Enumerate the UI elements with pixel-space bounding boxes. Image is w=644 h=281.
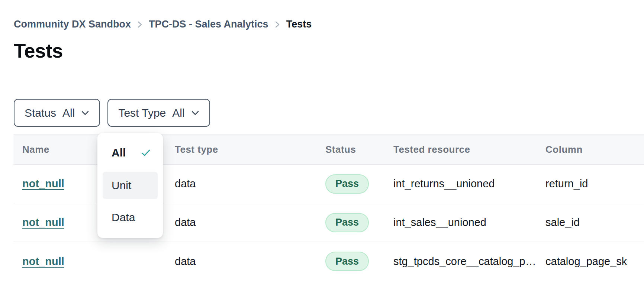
test-type-filter-label: Test Type [118, 107, 166, 119]
page-title: Tests [14, 39, 63, 62]
breadcrumb: Community DX Sandbox TPC-DS - Sales Anal… [14, 19, 312, 30]
column-header-test-type: Test type [175, 144, 325, 155]
test-type-dropdown-menu: All Unit Data [97, 133, 163, 238]
dropdown-option-data[interactable]: Data [103, 204, 158, 231]
status-badge: Pass [325, 174, 369, 194]
test-name-link[interactable]: not_null [22, 255, 64, 267]
status-filter-button[interactable]: Status All [14, 99, 100, 127]
tested-resource-cell: stg_tpcds_core__catalog_p… [393, 255, 545, 268]
test-type-filter-value: All [172, 107, 184, 119]
test-name-link[interactable]: not_null [22, 178, 64, 190]
column-cell: sale_id [545, 216, 644, 229]
status-filter-label: Status [25, 107, 56, 119]
breadcrumb-workspace[interactable]: Community DX Sandbox [14, 19, 131, 30]
column-cell: return_id [545, 178, 644, 190]
test-type-cell: data [175, 216, 325, 229]
column-cell: catalog_page_sk [545, 255, 644, 268]
status-badge: Pass [325, 213, 369, 232]
column-header-tested-resource: Tested resource [393, 144, 545, 155]
filter-bar: Status All Test Type All [14, 99, 210, 127]
check-icon [141, 148, 151, 157]
column-header-status: Status [325, 144, 393, 155]
dropdown-option-all[interactable]: All [103, 142, 158, 164]
test-name-link[interactable]: not_null [22, 216, 64, 228]
chevron-down-icon [191, 110, 199, 116]
dropdown-option-label: Data [112, 211, 135, 224]
chevron-right-icon [274, 20, 280, 29]
breadcrumb-project[interactable]: TPC-DS - Sales Analytics [149, 19, 268, 30]
status-filter-value: All [62, 107, 75, 119]
tested-resource-cell: int_sales__unioned [393, 216, 545, 229]
status-badge: Pass [325, 252, 369, 271]
test-type-filter-button[interactable]: Test Type All [107, 99, 210, 127]
column-header-column: Column [545, 144, 644, 155]
chevron-right-icon [137, 20, 143, 29]
breadcrumb-current: Tests [286, 19, 312, 30]
chevron-down-icon [81, 110, 89, 116]
test-type-cell: data [175, 178, 325, 190]
dropdown-option-label: All [112, 146, 126, 159]
test-type-cell: data [175, 255, 325, 268]
dropdown-option-label: Unit [112, 179, 131, 192]
tested-resource-cell: int_returns__unioned [393, 178, 545, 190]
table-row: not_null data Pass stg_tpcds_core__catal… [13, 242, 644, 281]
dropdown-option-unit[interactable]: Unit [103, 172, 158, 199]
